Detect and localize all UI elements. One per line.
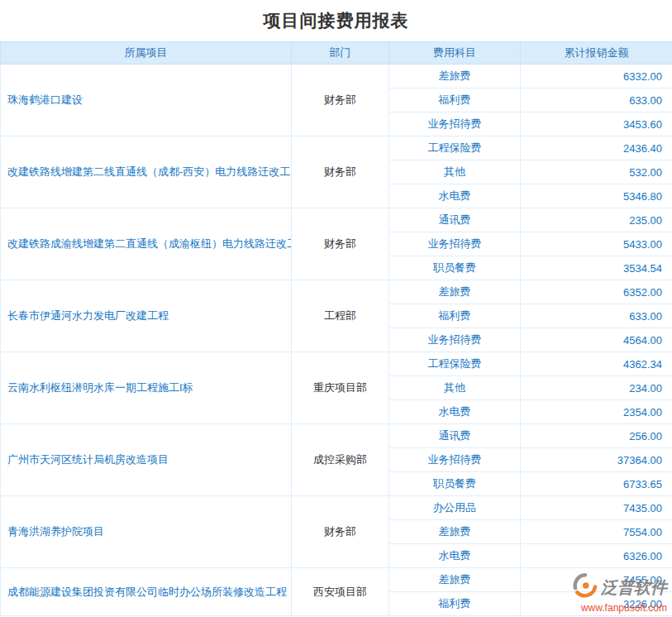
department-cell: 财务部: [292, 496, 389, 568]
amount-cell: 6332.00: [521, 65, 672, 88]
expense-category-link[interactable]: 通讯费: [389, 424, 521, 448]
project-link[interactable]: 改建铁路线增建第二线直通线（成都-西安）电力线路迁改工: [1, 136, 292, 208]
department-cell: 成控采购部: [292, 424, 389, 496]
column-header-department: 部门: [292, 42, 389, 65]
table-row: 广州市天河区统计局机房改造项目成控采购部通讯费256.00: [1, 424, 672, 448]
amount-cell: 6352.00: [521, 280, 672, 304]
amount-cell: 633.00: [521, 304, 672, 328]
project-link[interactable]: 成都能源建设集团投资有限公司临时办公场所装修改造工程: [1, 568, 292, 616]
expense-category-link[interactable]: 差旅费: [389, 568, 521, 592]
expense-category-link[interactable]: 水电费: [389, 184, 521, 208]
table-row: 改建铁路线增建第二线直通线（成都-西安）电力线路迁改工财务部工程保险费2436.…: [1, 136, 672, 160]
project-link[interactable]: 长春市伊通河水力发电厂改建工程: [1, 280, 292, 352]
department-cell: 工程部: [292, 280, 389, 352]
amount-cell: 5433.00: [521, 232, 672, 256]
expense-category-link[interactable]: 业务招待费: [389, 328, 521, 352]
department-cell: 财务部: [292, 136, 389, 208]
amount-cell: 7554.00: [521, 520, 672, 544]
table-row: 珠海鹤港口建设财务部差旅费6332.00: [1, 65, 672, 88]
project-link[interactable]: 珠海鹤港口建设: [1, 65, 292, 136]
project-link[interactable]: 改建铁路成渝线增建第二直通线（成渝枢纽）电力线路迁改工: [1, 208, 292, 280]
department-cell: 重庆项目部: [292, 352, 389, 424]
expense-category-link[interactable]: 差旅费: [389, 520, 521, 544]
expense-category-link[interactable]: 职员餐费: [389, 472, 521, 496]
expense-category-link[interactable]: 工程保险费: [389, 352, 521, 376]
amount-cell: 7435.00: [521, 496, 672, 520]
expense-category-link[interactable]: 福利费: [389, 592, 521, 616]
amount-cell: 633.00: [521, 88, 672, 112]
expense-category-link[interactable]: 福利费: [389, 88, 521, 112]
amount-cell: 256.00: [521, 424, 672, 448]
amount-cell: 532.00: [521, 160, 672, 184]
department-cell: 西安项目部: [292, 568, 389, 616]
expense-category-link[interactable]: 业务招待费: [389, 448, 521, 472]
expense-category-link[interactable]: 其他: [389, 160, 521, 184]
column-header-amount: 累计报销金额: [521, 42, 672, 65]
expense-category-link[interactable]: 办公用品: [389, 496, 521, 520]
expense-category-link[interactable]: 业务招待费: [389, 232, 521, 256]
expense-category-link[interactable]: 水电费: [389, 400, 521, 424]
amount-cell: 6733.65: [521, 472, 672, 496]
page-title: 项目间接费用报表: [0, 0, 672, 41]
project-link[interactable]: 广州市天河区统计局机房改造项目: [1, 424, 292, 496]
expense-category-link[interactable]: 福利费: [389, 304, 521, 328]
amount-cell: 6326.00: [521, 544, 672, 568]
expense-category-link[interactable]: 差旅费: [389, 280, 521, 304]
report-table-body: 珠海鹤港口建设财务部差旅费6332.00福利费633.00业务招待费3453.6…: [1, 65, 672, 616]
expense-category-link[interactable]: 水电费: [389, 544, 521, 568]
expense-category-link[interactable]: 其他: [389, 376, 521, 400]
amount-cell: 3226.00: [521, 592, 672, 616]
expense-category-link[interactable]: 差旅费: [389, 65, 521, 88]
expense-category-link[interactable]: 通讯费: [389, 208, 521, 232]
column-header-project: 所属项目: [1, 42, 292, 65]
table-row: 长春市伊通河水力发电厂改建工程工程部差旅费6352.00: [1, 280, 672, 304]
amount-cell: 2354.00: [521, 400, 672, 424]
amount-cell: 234.00: [521, 376, 672, 400]
table-header: 所属项目 部门 费用科目 累计报销金额: [1, 42, 672, 65]
amount-cell: 2436.40: [521, 136, 672, 160]
table-row: 云南水利枢纽潜明水库一期工程施工I标重庆项目部工程保险费4362.34: [1, 352, 672, 376]
amount-cell: 7455.00: [521, 568, 672, 592]
amount-cell: 4564.00: [521, 328, 672, 352]
project-link[interactable]: 青海洪湖养护院项目: [1, 496, 292, 568]
expense-category-link[interactable]: 工程保险费: [389, 136, 521, 160]
table-row: 青海洪湖养护院项目财务部办公用品7435.00: [1, 496, 672, 520]
amount-cell: 37364.00: [521, 448, 672, 472]
amount-cell: 3534.54: [521, 256, 672, 280]
department-cell: 财务部: [292, 65, 389, 136]
amount-cell: 235.00: [521, 208, 672, 232]
indirect-cost-report-table: 所属项目 部门 费用科目 累计报销金额 珠海鹤港口建设财务部差旅费6332.00…: [0, 41, 672, 616]
expense-category-link[interactable]: 职员餐费: [389, 256, 521, 280]
amount-cell: 4362.34: [521, 352, 672, 376]
amount-cell: 5346.80: [521, 184, 672, 208]
column-header-category: 费用科目: [389, 42, 521, 65]
amount-cell: 3453.60: [521, 112, 672, 136]
table-row: 改建铁路成渝线增建第二直通线（成渝枢纽）电力线路迁改工财务部通讯费235.00: [1, 208, 672, 232]
expense-category-link[interactable]: 业务招待费: [389, 112, 521, 136]
project-link[interactable]: 云南水利枢纽潜明水库一期工程施工I标: [1, 352, 292, 424]
department-cell: 财务部: [292, 208, 389, 280]
table-row: 成都能源建设集团投资有限公司临时办公场所装修改造工程西安项目部差旅费7455.0…: [1, 568, 672, 592]
